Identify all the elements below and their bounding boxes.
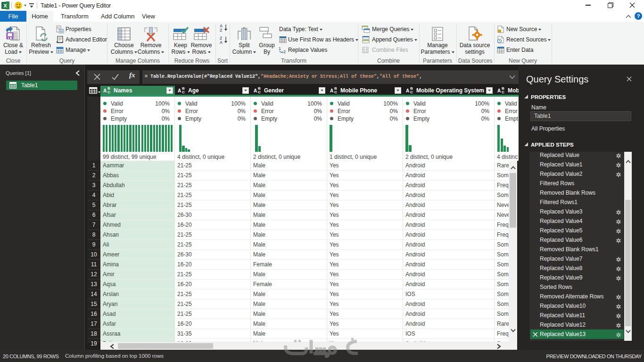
svg-text:Z: Z	[220, 28, 222, 32]
svg-text:A: A	[220, 40, 223, 44]
svg-text:X: X	[3, 3, 7, 8]
svg-text:2: 2	[283, 49, 286, 54]
svg-text:1: 1	[279, 46, 281, 51]
